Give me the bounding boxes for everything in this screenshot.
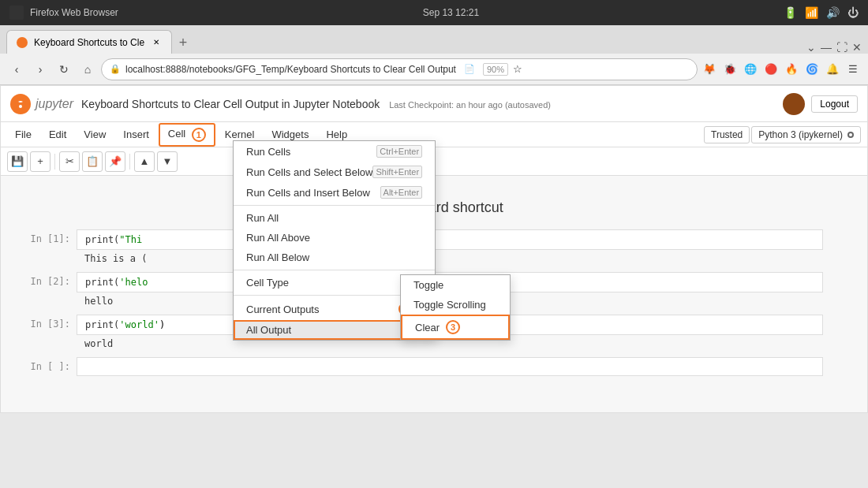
step-3-circle: 3 [446, 320, 460, 334]
browser-tab[interactable]: Keyboard Shortcuts to Cle ✕ [6, 30, 172, 54]
shortcut-run-cells: Ctrl+Enter [376, 145, 422, 158]
ext-icon-3[interactable]: 🌐 [742, 61, 759, 78]
ext-icon-6[interactable]: 🌀 [803, 61, 821, 78]
sys-icon1: 🔋 [784, 6, 797, 19]
restore-button[interactable]: ⛶ [836, 41, 847, 54]
menu-view[interactable]: View [76, 125, 114, 143]
kernel-status-dot [847, 132, 854, 138]
menu-cell[interactable]: Cell 1 [159, 123, 215, 147]
menu-run-all[interactable]: Run All [234, 208, 435, 228]
app-name: Firefox Web Browser [30, 7, 118, 18]
notebook-title-part2: ard shortcut [428, 199, 503, 215]
cell-4-label: In [ ]: [13, 357, 77, 372]
cell-1-label: In [1]: [13, 229, 77, 244]
cell-1-output: This is a ( [77, 251, 823, 266]
move-up-button[interactable]: ▲ [134, 151, 155, 172]
menu-run-cells-select[interactable]: Run Cells and Select Below Shift+Enter [234, 162, 435, 182]
os-bar: Firefox Web Browser Sep 13 12:21 🔋 📶 🔊 ⏻ [0, 0, 868, 25]
header-actions: Logout [783, 93, 858, 115]
cell-4: In [ ]: [13, 357, 855, 376]
menu-run-cells[interactable]: Run Cells Ctrl+Enter [234, 141, 435, 162]
svg-point-1 [19, 105, 22, 108]
shortcut-run-select: Shift+Enter [372, 166, 422, 178]
logout-button[interactable]: Logout [811, 95, 858, 113]
menu-button[interactable]: ☰ [844, 61, 862, 78]
dropdown-sep-2 [234, 270, 435, 270]
cell-2-label: In [2]: [13, 272, 77, 287]
move-down-button[interactable]: ▼ [157, 151, 178, 172]
os-time: Sep 13 12:21 [423, 7, 479, 18]
sys-icon4: ⏻ [847, 6, 859, 19]
cell-1-content[interactable]: print("Thi [77, 229, 823, 250]
add-cell-button[interactable]: + [30, 151, 51, 172]
tab-close-button[interactable]: ✕ [151, 37, 162, 48]
code-text-2: print( [85, 277, 119, 288]
refresh-button[interactable]: ↻ [54, 59, 74, 80]
jupyter-logo-icon [10, 94, 31, 114]
user-avatar [783, 93, 805, 115]
code-string-3: 'world' [119, 319, 159, 330]
app-icon [9, 6, 24, 20]
address-bar[interactable]: 🔒 localhost:8888/notebooks/GFG_Temp/Keyb… [101, 58, 698, 80]
jupyter-page-title: Keyboard Shortcuts to Clear Cell Output … [81, 98, 775, 110]
toolbar-sep-2 [129, 154, 130, 169]
step-1-circle: 1 [192, 128, 206, 142]
menu-run-cells-insert[interactable]: Run Cells and Insert Below Alt+Enter [234, 182, 435, 203]
tab-title: Keyboard Shortcuts to Cle [34, 37, 144, 48]
kernel-badge: Python 3 (ipykernel) [751, 126, 861, 143]
code-paren-3: ) [159, 319, 165, 330]
ext-icon-2[interactable]: 🐞 [721, 61, 739, 78]
back-button[interactable]: ‹ [6, 59, 27, 80]
nav-extension-icons: 🦊 🐞 🌐 🔴 🔥 🌀 🔔 ☰ [701, 61, 862, 78]
home-button[interactable]: ⌂ [77, 59, 98, 80]
os-bar-left: Firefox Web Browser [9, 6, 118, 20]
code-string: "Thi [119, 234, 142, 245]
dropdown-sep-1 [234, 205, 435, 206]
jupyter-logo-text: jupyter [36, 97, 73, 111]
bookmark-icon[interactable]: ☆ [513, 63, 522, 75]
nav-bar: ‹ › ↻ ⌂ 🔒 localhost:8888/notebooks/GFG_T… [0, 54, 868, 85]
sys-icon2: 📶 [805, 6, 818, 19]
code-text-3: print( [85, 319, 119, 330]
copy-button[interactable]: 📋 [82, 151, 103, 172]
checkpoint-text: Last Checkpoint: an hour ago (autosaved) [389, 100, 551, 110]
os-bar-right: 🔋 📶 🔊 ⏻ [784, 6, 859, 19]
save-button[interactable]: 💾 [7, 151, 28, 172]
tab-nav-dropdown[interactable]: ⌄ [806, 41, 816, 54]
lock-icon: 🔒 [110, 64, 121, 74]
page-icon: 📄 [464, 64, 475, 74]
code-text: print( [85, 234, 119, 245]
jupyter-logo-svg [14, 98, 27, 110]
submenu-toggle[interactable]: Toggle [401, 275, 510, 295]
ext-icon-7[interactable]: 🔔 [824, 61, 841, 78]
shortcut-run-insert: Alt+Enter [380, 186, 423, 199]
menu-file[interactable]: File [7, 125, 39, 143]
toolbar-sep-1 [54, 154, 55, 169]
tab-bar: Keyboard Shortcuts to Cle ✕ + ⌄ — ⛶ ✕ [0, 25, 868, 54]
all-output-submenu: Toggle Toggle Scrolling Clear 3 [400, 274, 511, 341]
menu-run-all-above[interactable]: Run All Above [234, 228, 435, 248]
menu-run-all-below[interactable]: Run All Below [234, 248, 435, 267]
zoom-level: 90% [483, 63, 508, 76]
new-tab-button[interactable]: + [172, 32, 194, 54]
ext-icon-4[interactable]: 🔴 [762, 61, 780, 78]
sys-icon3: 🔊 [826, 6, 840, 19]
minimize-button[interactable]: — [821, 41, 832, 54]
close-button[interactable]: ✕ [852, 41, 862, 54]
forward-button[interactable]: › [30, 59, 51, 80]
ext-icon-1[interactable]: 🦊 [701, 61, 718, 78]
tab-favicon [17, 37, 28, 48]
jupyter-header: jupyter Keyboard Shortcuts to Clear Cell… [1, 86, 867, 122]
cell-3-label: In [3]: [13, 315, 77, 330]
url-text: localhost:8888/notebooks/GFG_Temp/Keyboa… [125, 64, 456, 75]
menu-edit[interactable]: Edit [41, 125, 74, 143]
ext-icon-5[interactable]: 🔥 [783, 61, 800, 78]
paste-button[interactable]: 📌 [105, 151, 125, 172]
menu-insert[interactable]: Insert [115, 125, 157, 143]
trusted-badge: Trusted [704, 126, 750, 143]
submenu-toggle-scrolling[interactable]: Toggle Scrolling [401, 295, 510, 315]
cut-button[interactable]: ✂ [59, 151, 80, 172]
code-string-2: 'helo [119, 277, 148, 288]
submenu-clear[interactable]: Clear 3 [401, 315, 510, 340]
cell-4-content[interactable] [77, 357, 823, 376]
